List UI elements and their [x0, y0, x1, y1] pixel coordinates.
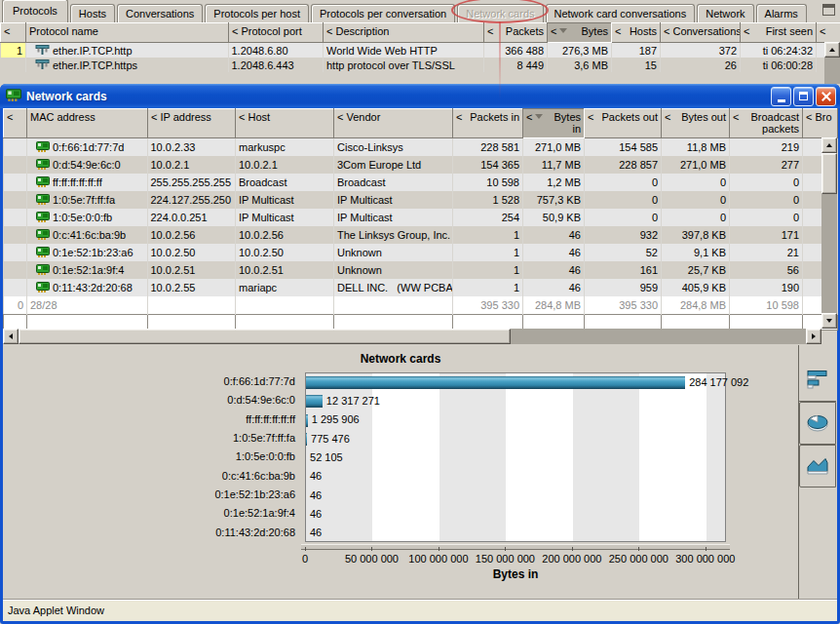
tab-alarms[interactable]: Alarms [756, 4, 807, 22]
column-label: Packets in [465, 111, 519, 123]
filter-input[interactable] [27, 314, 148, 330]
cell: 366 488 [484, 43, 548, 58]
filter-input[interactable] [148, 314, 236, 330]
minimize-button[interactable] [771, 87, 791, 106]
column-header-packets-out[interactable]: <Packets out [585, 109, 662, 138]
cell: 0 [730, 191, 803, 209]
scroll-up-button[interactable] [821, 137, 837, 153]
cell: 10.0.2.56 [236, 226, 334, 244]
cell: 25,7 KB [662, 261, 730, 279]
column-header-first-seen[interactable]: <First seen [741, 23, 817, 43]
column-label: Vendor [346, 111, 449, 123]
tab-network-card-conversations[interactable]: Network card conversations [546, 4, 696, 22]
column-header-sort[interactable]: < [817, 23, 840, 43]
column-header-host[interactable]: <Host [236, 109, 334, 138]
filter-input[interactable] [662, 314, 730, 330]
summary-cell [236, 296, 334, 314]
nic-row[interactable]: 0:1e:52:1b:23:a610.0.2.5010.0.2.50Unknow… [4, 244, 838, 261]
scrollbar-thumb[interactable] [19, 329, 511, 344]
tab-protocols-per-conversation[interactable]: Protocols per conversation [311, 4, 455, 22]
column-header-bro[interactable]: <Bro [803, 109, 838, 138]
sort-marker-icon: < [239, 111, 245, 123]
filter-input[interactable] [334, 314, 453, 330]
column-header-packets-in[interactable]: <Packets in [453, 109, 523, 138]
network-card-icon [36, 212, 50, 224]
tab-protocols[interactable]: Protocols [2, 0, 68, 22]
nic-row[interactable]: 1:0:5e:7f:ff:fa224.127.255.250IP Multica… [4, 191, 838, 209]
scroll-left-button[interactable] [3, 329, 19, 344]
filter-input[interactable] [523, 314, 585, 330]
cell: 224.127.255.250 [148, 191, 236, 209]
column-header-broadcast-packets[interactable]: <Broadcast packets [730, 109, 803, 138]
chart-type-area-chart-button[interactable] [799, 445, 836, 488]
protocol-row[interactable]: 1ether.IP.TCP.http1.2048.6.80World Wide … [1, 43, 840, 58]
bar-row: 52 105 [306, 448, 725, 467]
tab-conversations[interactable]: Conversations [117, 4, 203, 22]
bar-row: 46 [306, 505, 725, 524]
close-button[interactable] [816, 87, 836, 106]
sort-marker-icon: < [588, 111, 593, 123]
tab-hosts[interactable]: Hosts [70, 4, 115, 22]
cell: 3Com Europe Ltd [334, 156, 453, 174]
cell: 372 [661, 43, 741, 58]
column-header-sort[interactable]: < [4, 109, 27, 138]
column-header-hosts[interactable]: <Hosts [612, 23, 661, 43]
nic-table-vscrollbar[interactable] [821, 137, 837, 329]
protocol-table-vscrollbar[interactable] [824, 42, 840, 84]
filter-input[interactable] [4, 314, 27, 330]
scroll-right-button[interactable] [806, 329, 821, 344]
maximize-button[interactable] [793, 87, 814, 106]
tab-network[interactable]: Network [697, 4, 753, 22]
cell: 10.0.2.51 [236, 261, 334, 279]
column-header-protocol-name[interactable]: Protocol name [26, 23, 229, 43]
protocol-row[interactable]: ether.IP.TCP.https1.2048.6.443http proto… [1, 58, 840, 72]
nic-row[interactable]: 0:f:66:1d:77:7d10.0.2.33markuspcCisco-Li… [4, 138, 838, 157]
filter-input[interactable] [585, 314, 662, 330]
nic-row[interactable]: 1:0:5e:0:0:fb224.0.0.251IP MulticastIP M… [4, 209, 838, 226]
column-header-mac-address[interactable]: MAC address [27, 109, 148, 138]
column-header-bytes-out[interactable]: <Bytes out [662, 109, 730, 138]
column-header-sort[interactable]: < [1, 23, 26, 43]
mac-address-cell: 0:d:54:9e:6c:0 [27, 156, 148, 174]
sort-marker-icon: < [456, 111, 462, 123]
column-header-vendor[interactable]: <Vendor [334, 109, 453, 138]
nic-row[interactable]: 0:1e:52:1a:9f:410.0.2.5110.0.2.51Unknown… [4, 261, 838, 279]
cell: 154 585 [585, 138, 662, 157]
nic-row[interactable]: ff:ff:ff:ff:ff:ff255.255.255.255Broadcas… [4, 174, 838, 191]
nic-row[interactable]: 0:d:54:9e:6c:010.0.2.110.0.2.13Com Europ… [4, 156, 838, 174]
tick-mark [439, 547, 439, 551]
tab-protocols-per-host[interactable]: Protocols per host [205, 4, 309, 22]
chart-x-axis-label: Bytes in [305, 567, 726, 581]
scrollbar-thumb[interactable] [821, 153, 837, 194]
column-header-packets[interactable]: <Packets [484, 23, 548, 43]
nic-row[interactable]: 0:11:43:2d:20:6810.0.2.55mariapcDELL INC… [4, 279, 838, 296]
window-restore-icon[interactable] [822, 4, 835, 16]
column-header-description[interactable]: <Description [324, 23, 484, 43]
cell: 161 [585, 261, 662, 279]
column-header-bytes[interactable]: <Bytes [548, 23, 612, 43]
column-header-bytes-in[interactable]: <Bytes in [523, 109, 585, 138]
tick-mark [305, 547, 306, 551]
chart-type-pie-chart-button[interactable] [799, 402, 836, 445]
sort-marker-icon: < [615, 25, 621, 37]
scroll-up-button[interactable] [824, 42, 840, 58]
column-header-ip-address[interactable]: <IP address [148, 109, 236, 138]
chart-type-bar-chart-button[interactable] [799, 359, 836, 402]
cell: 228 857 [585, 156, 662, 174]
window-titlebar[interactable]: Network cards [0, 84, 840, 108]
sort-marker-icon: < [733, 111, 739, 123]
cell: 0 [585, 174, 662, 191]
nic-row[interactable]: 0:c:41:6c:ba:9b10.0.2.5610.0.2.56The Lin… [4, 226, 838, 244]
scroll-down-button[interactable] [821, 313, 837, 329]
filter-input[interactable] [236, 314, 334, 330]
column-header-protocol-port[interactable]: <Protocol port [229, 23, 324, 43]
filter-input[interactable] [730, 314, 803, 330]
nic-table-hscrollbar[interactable] [3, 329, 821, 344]
summary-cell: 284,8 MB [662, 296, 730, 314]
category-label: 0:1e:52:1b:23:a6 [3, 486, 301, 504]
chart-x-axis [301, 544, 730, 550]
filter-input[interactable] [453, 314, 523, 330]
cell: IP Multicast [334, 191, 453, 209]
mac-address-cell: 1:0:5e:0:0:fb [27, 209, 148, 226]
column-header-conversations[interactable]: <Conversations [661, 23, 741, 43]
